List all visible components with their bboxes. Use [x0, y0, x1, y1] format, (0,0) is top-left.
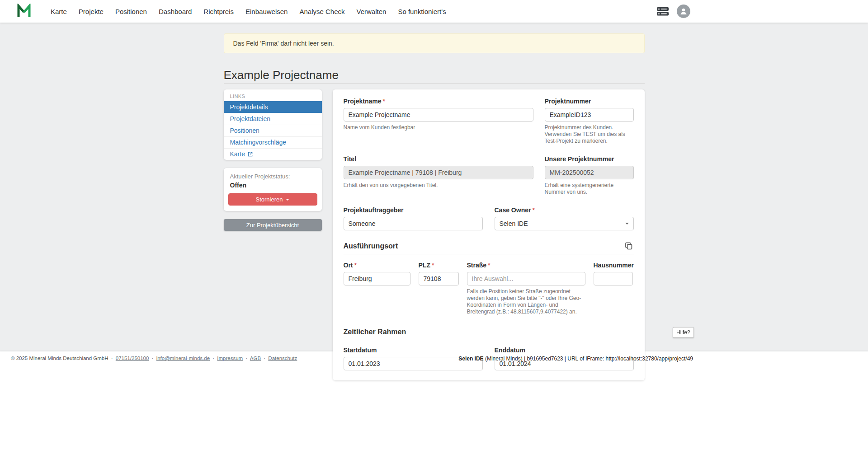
- caret-down-icon: [286, 199, 289, 201]
- sidebar-item-matchingvorschlaege[interactable]: Matchingvorschläge: [224, 136, 322, 148]
- required-marker: *: [354, 262, 357, 269]
- sidebar-item-projektdateien[interactable]: Projektdateien: [224, 113, 322, 125]
- sidebar-item-label: Projektdetails: [230, 103, 268, 111]
- nav-item-positionen[interactable]: Positionen: [115, 8, 147, 15]
- unsere-projektnummer-field: Unsere Projektnummer Erhält eine systemg…: [545, 155, 634, 196]
- titel-input: [344, 166, 533, 179]
- required-marker: *: [383, 98, 385, 105]
- projektname-input[interactable]: [344, 108, 533, 122]
- nav-item-analyse-check[interactable]: Analyse Check: [299, 8, 344, 15]
- sidebar-item-karte[interactable]: Karte: [224, 148, 322, 160]
- validation-alert: Das Feld 'Firma' darf nicht leer sein.: [224, 33, 645, 53]
- strasse-helper: Falls die Position keiner Straße zugeord…: [467, 288, 585, 315]
- nav-item-projekte[interactable]: Projekte: [79, 8, 104, 15]
- nav-item-verwalten[interactable]: Verwalten: [357, 8, 387, 15]
- plz-label: PLZ*: [419, 262, 459, 269]
- footer-link-phone[interactable]: 07151/250100: [116, 355, 149, 361]
- nav-item-dashboard[interactable]: Dashboard: [159, 8, 192, 15]
- unsere-projektnummer-input: [545, 166, 634, 179]
- external-link-icon: [248, 152, 253, 157]
- ort-label: Ort*: [344, 262, 410, 269]
- page-title: Example Projectname: [224, 69, 645, 81]
- enddatum-label: Enddatum: [495, 346, 634, 354]
- session-user: Selen IDE: [458, 355, 483, 362]
- strasse-field: Straße* Falls die Position keiner Straße…: [467, 262, 585, 315]
- case-owner-selected-value: Selen IDE: [500, 220, 528, 227]
- unsere-projektnummer-helper: Erhält eine systemgenerierte Nummer von …: [545, 182, 634, 196]
- titel-helper: Erhält den von uns vorgegebenen Titel.: [344, 182, 533, 189]
- hausnummer-input[interactable]: [594, 272, 633, 285]
- session-details: (Mineral Minds) | b91695ed7623 | URL of …: [484, 355, 693, 362]
- sidebar-item-label: Matchingvorschläge: [230, 139, 287, 146]
- strasse-input[interactable]: [467, 272, 585, 285]
- required-marker: *: [488, 262, 490, 269]
- section-divider: [344, 339, 634, 339]
- footer-link-email[interactable]: info@mineral-minds.de: [156, 355, 210, 361]
- required-marker: *: [432, 262, 434, 269]
- startdatum-label: Startdatum: [344, 346, 483, 354]
- project-details-form: Projektname* Name vom Kunden festlegbar …: [333, 89, 645, 380]
- sidebar: LINKS Projektdetails Projektdateien Posi…: [224, 89, 322, 231]
- strasse-label: Straße*: [467, 262, 585, 269]
- plz-input[interactable]: [419, 272, 459, 285]
- status-value: Offen: [228, 182, 317, 189]
- footer-link-agb[interactable]: AGB: [250, 355, 261, 361]
- projektauftraggeber-field: Projektauftraggeber: [344, 206, 483, 230]
- required-marker: *: [532, 206, 534, 214]
- title-divider: [224, 83, 645, 84]
- projektnummer-field: Projektnummer Projektnummer des Kunden. …: [545, 98, 634, 145]
- sidebar-item-label: Karte: [230, 150, 245, 158]
- status-label: Aktueller Projektstatus:: [228, 173, 317, 180]
- case-owner-label: Case Owner*: [495, 206, 634, 214]
- projektauftraggeber-input[interactable]: [344, 217, 483, 230]
- titel-label: Titel: [344, 155, 533, 163]
- stornieren-label: Stornieren: [256, 196, 283, 203]
- ort-input[interactable]: [344, 272, 410, 285]
- projektname-helper: Name vom Kunden festlegbar: [344, 124, 533, 131]
- stornieren-button[interactable]: Stornieren: [228, 193, 317, 206]
- sidebar-item-projektdetails[interactable]: Projektdetails: [224, 101, 322, 113]
- server-icon[interactable]: [657, 7, 669, 16]
- titel-field: Titel Erhält den von uns vorgegebenen Ti…: [344, 155, 533, 196]
- projektname-field: Projektname* Name vom Kunden festlegbar: [344, 98, 533, 145]
- nav-item-karte[interactable]: Karte: [51, 8, 67, 15]
- case-owner-select[interactable]: Selen IDE: [495, 217, 634, 230]
- copy-icon[interactable]: [624, 241, 634, 251]
- ausfuehrungsort-heading: Ausführungsort: [344, 242, 398, 250]
- main-navigation: Karte Projekte Positionen Dashboard Rich…: [51, 8, 446, 15]
- projektauftraggeber-label: Projektauftraggeber: [344, 206, 483, 214]
- sidebar-item-label: Projektdateien: [230, 115, 271, 123]
- nav-item-so-funktionierts[interactable]: So funktioniert's: [398, 8, 446, 15]
- projektname-label: Projektname*: [344, 98, 533, 105]
- plz-field: PLZ*: [419, 262, 459, 315]
- zur-projektuebersicht-button[interactable]: Zur Projektübersicht: [224, 219, 322, 231]
- hausnummer-field: Hausnummer: [594, 262, 633, 315]
- copyright-text: © 2025 Mineral Minds Deutschland GmbH: [11, 355, 108, 361]
- footer-link-impressum[interactable]: Impressum: [217, 355, 243, 361]
- user-avatar-icon[interactable]: [677, 5, 690, 18]
- navbar: Karte Projekte Positionen Dashboard Rich…: [0, 0, 868, 23]
- alert-message: Das Feld 'Firma' darf nicht leer sein.: [233, 40, 334, 47]
- main-area: Das Feld 'Firma' darf nicht leer sein. E…: [0, 23, 868, 351]
- ort-field: Ort*: [344, 262, 410, 315]
- links-card: LINKS Projektdetails Projektdateien Posi…: [224, 89, 322, 160]
- project-status-card: Aktueller Projektstatus: Offen Storniere…: [224, 168, 322, 211]
- projektnummer-helper: Projektnummer des Kunden. Verwenden Sie …: [545, 124, 634, 145]
- section-divider: [344, 254, 634, 254]
- nav-item-richtpreis[interactable]: Richtpreis: [203, 8, 234, 15]
- sidebar-item-label: Positionen: [230, 127, 259, 135]
- nav-item-einbauweisen[interactable]: Einbauweisen: [245, 8, 288, 15]
- sidebar-item-positionen[interactable]: Positionen: [224, 125, 322, 136]
- projektnummer-input[interactable]: [545, 108, 634, 122]
- projektnummer-label: Projektnummer: [545, 98, 634, 105]
- links-card-header: LINKS: [224, 89, 322, 101]
- footer-link-datenschutz[interactable]: Datenschutz: [268, 355, 297, 361]
- case-owner-field: Case Owner* Selen IDE: [495, 206, 634, 230]
- unsere-projektnummer-label: Unsere Projektnummer: [545, 155, 634, 163]
- mineral-minds-logo-icon[interactable]: [16, 4, 32, 19]
- hilfe-button[interactable]: Hilfe?: [673, 327, 694, 338]
- footer-legal: © 2025 Mineral Minds Deutschland GmbH · …: [11, 355, 297, 361]
- zeitlicher-rahmen-heading: Zeitlicher Rahmen: [344, 328, 406, 336]
- avatar: [677, 5, 690, 18]
- hausnummer-label: Hausnummer: [594, 262, 633, 269]
